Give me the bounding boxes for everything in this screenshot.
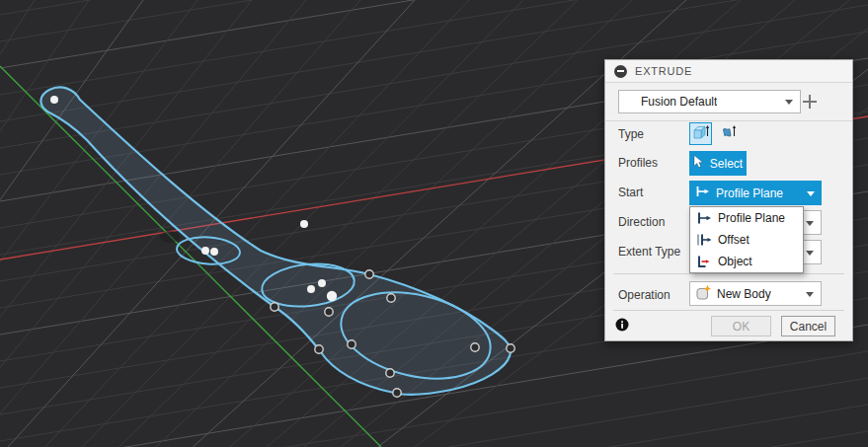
start-option-offset[interactable]: Offset [690,229,803,251]
y-axis-green [0,66,381,447]
ok-button[interactable]: OK [711,316,771,336]
start-value: Profile Plane [716,186,783,200]
dialog-header[interactable]: EXTRUDE [605,60,852,83]
caret-down-icon [806,251,814,256]
extrude-thin-option[interactable] [718,122,741,145]
divider [613,310,844,311]
add-preset-button[interactable] [803,95,817,109]
cancel-button[interactable]: Cancel [781,316,835,336]
start-option-object[interactable]: Object [690,251,803,272]
profiles-select-button[interactable]: Select [689,151,747,176]
menu-item-label: Object [718,255,752,268]
start-dropdown[interactable]: Profile Plane [689,181,822,205]
extrude-dialog: EXTRUDE Fusion Default Type Profiles Sta… [604,59,853,341]
extrude-thin-icon [720,123,739,145]
profiles-label: Profiles [618,156,658,170]
direction-label: Direction [618,215,665,229]
extrude-solid-icon [691,123,710,145]
collapse-icon[interactable] [614,65,627,78]
cursor-icon [693,155,705,172]
type-options [689,122,741,145]
preset-value: Fusion Default [619,95,717,109]
info-icon[interactable] [615,318,629,332]
preset-dropdown[interactable]: Fusion Default [618,90,801,113]
dialog-body: Type Profiles Start Direction Extent Typ… [605,119,852,340]
caret-down-icon [807,191,815,196]
offset-icon [696,232,712,248]
profile-plane-icon [696,210,712,226]
fusion-window: EXTRUDE Fusion Default Type Profiles Sta… [0,0,868,447]
dialog-title: EXTRUDE [635,65,692,77]
caret-down-icon [785,100,793,105]
start-dropdown-menu: Profile Plane Offset [689,206,804,273]
divider [613,273,844,274]
operation-label: Operation [618,288,671,302]
start-label: Start [618,186,643,199]
new-body-icon [695,284,712,304]
origin-point [160,231,180,243]
profile-plane-icon [695,185,710,201]
extrude-solid-option[interactable] [689,122,712,145]
operation-value: New Body [717,287,771,301]
start-option-profile-plane[interactable]: Profile Plane [690,207,803,229]
caret-down-icon [806,221,814,226]
operation-dropdown[interactable]: New Body [689,281,822,306]
object-icon [696,254,712,269]
caret-down-icon [806,292,814,297]
profiles-select-label: Select [710,157,743,171]
menu-item-label: Offset [718,233,750,247]
menu-item-label: Profile Plane [718,211,785,225]
type-label: Type [618,127,644,141]
extent-type-label: Extent Type [618,245,680,259]
preset-row: Fusion Default [605,83,852,121]
